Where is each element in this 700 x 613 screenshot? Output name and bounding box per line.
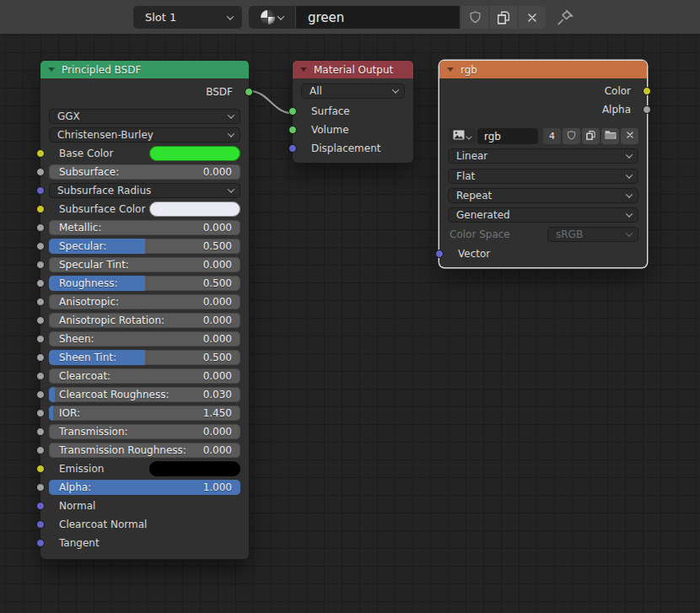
sheen-tint-slider[interactable]: Sheen Tint:0.500 (49, 350, 240, 365)
fake-user-button[interactable] (461, 6, 488, 29)
specular-slider[interactable]: Specular:0.500 (49, 239, 240, 254)
material-browse-dropdown[interactable] (249, 6, 295, 29)
target-dropdown[interactable]: All (301, 83, 405, 99)
sheen-row: Sheen:0.000 (49, 331, 240, 347)
volume-input-socket[interactable] (288, 126, 297, 134)
node-header[interactable]: rgb (439, 61, 647, 78)
alpha-output-socket[interactable] (643, 105, 651, 114)
sheen-slider[interactable]: Sheen:0.000 (49, 331, 240, 347)
users-count-button[interactable]: 4 (543, 128, 561, 144)
normal-input-socket[interactable] (36, 502, 45, 510)
subsurface-color-swatch[interactable] (149, 202, 240, 217)
extension-dropdown[interactable]: Repeat (448, 188, 638, 203)
base-color-input-socket[interactable] (36, 149, 45, 158)
surface-input-socket[interactable] (288, 107, 297, 116)
fake-user-button[interactable] (563, 128, 580, 144)
source-dropdown[interactable]: Generated (448, 207, 638, 223)
specular-tint-slider[interactable]: Specular Tint:0.000 (49, 257, 240, 272)
node-title: Material Output (314, 64, 393, 76)
subsurface-method-row: Christensen-Burley (49, 127, 240, 142)
chevron-down-icon (626, 151, 633, 158)
metallic-input-socket[interactable] (36, 223, 45, 232)
node-header[interactable]: Principled BSDF (40, 61, 249, 78)
ior-slider[interactable]: IOR:1.450 (49, 406, 240, 421)
color-output-socket[interactable] (643, 87, 651, 95)
anisotropic-slider[interactable]: Anisotropic:0.000 (49, 294, 240, 309)
transmission-input-socket[interactable] (36, 427, 45, 436)
new-image-button[interactable] (582, 128, 600, 144)
image-name-text: rgb (484, 131, 501, 142)
emission-row: Emission (49, 461, 240, 476)
anisotropic-rotation-slider[interactable]: Anisotropic Rotation:0.000 (49, 313, 240, 328)
clearcoat-roughness-input-socket[interactable] (36, 390, 45, 399)
close-icon (625, 130, 635, 142)
transmission-roughness-input-socket[interactable] (36, 446, 45, 454)
output-row-alpha: Alpha (448, 103, 638, 116)
emission-color-swatch[interactable] (149, 461, 240, 476)
row-label: Base Color (49, 148, 149, 159)
chevron-down-icon (227, 13, 234, 19)
material-slot-dropdown[interactable]: Slot 1 (133, 6, 242, 29)
unlink-image-button[interactable] (621, 128, 638, 144)
alpha-row: Alpha:1.000 (49, 480, 240, 495)
color-space-dropdown[interactable]: sRGB (547, 227, 638, 242)
node-header[interactable]: Material Output (293, 61, 413, 78)
subsurface-radius-dropdown[interactable]: Subsurface Radius (49, 183, 240, 198)
clearcoat-normal-input-socket[interactable] (36, 520, 45, 529)
projection-dropdown[interactable]: Flat (448, 169, 638, 184)
clearcoat-input-socket[interactable] (36, 372, 45, 380)
ior-input-socket[interactable] (36, 409, 45, 417)
emission-input-socket[interactable] (36, 465, 45, 473)
image-browse-dropdown[interactable] (448, 128, 476, 144)
specular-input-socket[interactable] (36, 242, 45, 250)
collapse-triangle-icon[interactable] (447, 67, 454, 72)
link-bsdf-to-surface[interactable] (250, 91, 292, 113)
metallic-slider[interactable]: Metallic:0.000 (49, 220, 240, 235)
material-name-field[interactable]: green (296, 6, 460, 29)
node-image-texture-rgb[interactable]: rgb Color Alpha (439, 61, 647, 267)
clearcoat-roughness-slider[interactable]: Clearcoat Roughness:0.030 (49, 387, 240, 402)
base-color-swatch[interactable] (149, 146, 240, 161)
node-material-output[interactable]: Material Output All Surface Volume Displ… (293, 61, 413, 163)
row-label: Surface (301, 105, 405, 117)
vector-row: Vector (448, 247, 638, 261)
interpolation-dropdown[interactable]: Linear (448, 148, 638, 164)
bsdf-output-socket[interactable] (245, 88, 253, 96)
new-material-button[interactable] (490, 6, 517, 29)
material-name-text: green (308, 10, 344, 25)
subsurface-method-dropdown[interactable]: Christensen-Burley (49, 127, 240, 142)
subsurface-radius-input-socket[interactable] (36, 186, 45, 195)
extension-row: Repeat (448, 188, 638, 203)
roughness-slider[interactable]: Roughness:0.500 (49, 276, 240, 291)
roughness-input-socket[interactable] (36, 279, 45, 288)
subsurface-row: Subsurface:0.000 (49, 164, 240, 180)
clearcoat-slider[interactable]: Clearcoat:0.000 (49, 368, 240, 384)
transmission-roughness-slider[interactable]: Transmission Roughness:0.000 (49, 443, 240, 458)
transmission-slider[interactable]: Transmission:0.000 (49, 424, 240, 439)
chevron-down-icon (277, 13, 284, 19)
dropdown-value: All (310, 85, 322, 97)
displacement-input-socket[interactable] (288, 144, 297, 153)
distribution-row: GGX (49, 109, 240, 124)
sheen-input-socket[interactable] (36, 335, 45, 343)
alpha-slider[interactable]: Alpha:1.000 (49, 480, 240, 495)
specular-tint-input-socket[interactable] (36, 261, 45, 269)
unlink-material-button[interactable] (519, 6, 546, 29)
anisotropic-rotation-input-socket[interactable] (36, 316, 45, 325)
subsurface-color-input-socket[interactable] (36, 205, 45, 213)
collapse-triangle-icon[interactable] (48, 67, 55, 72)
tangent-input-socket[interactable] (36, 539, 45, 547)
vector-input-socket[interactable] (435, 250, 444, 258)
subsurface-slider[interactable]: Subsurface:0.000 (49, 164, 240, 180)
image-name-field[interactable]: rgb (477, 128, 538, 144)
collapse-triangle-icon[interactable] (300, 67, 307, 72)
alpha-input-socket[interactable] (36, 483, 45, 492)
anisotropic-input-socket[interactable] (36, 298, 45, 306)
distribution-dropdown[interactable]: GGX (49, 109, 240, 124)
open-image-button[interactable] (601, 128, 619, 144)
subsurface-input-socket[interactable] (36, 168, 45, 176)
node-principled-bsdf[interactable]: Principled BSDF BSDF GGX Christensen-Bur… (40, 61, 249, 559)
pin-button[interactable] (552, 5, 578, 29)
node-editor-canvas[interactable]: Principled BSDF BSDF GGX Christensen-Bur… (0, 34, 700, 613)
sheen-tint-input-socket[interactable] (36, 353, 45, 362)
